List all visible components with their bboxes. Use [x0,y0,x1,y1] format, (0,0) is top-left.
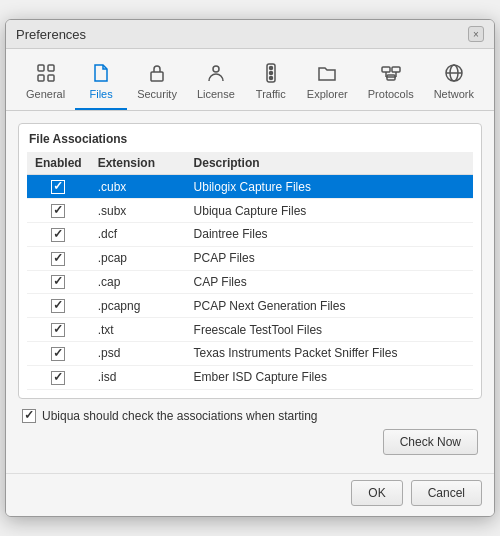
svg-rect-10 [382,67,390,72]
bottom-check-row: Ubiqua should check the associations whe… [18,409,482,423]
row-description: Freescale TestTool Files [186,318,473,342]
svg-point-5 [213,66,219,72]
table-row[interactable]: .subxUbiqua Capture Files [27,199,473,223]
check-now-button[interactable]: Check Now [383,429,478,455]
tab-security[interactable]: Security [127,57,187,110]
grid-icon [34,61,58,85]
col-extension: Extension [90,152,186,175]
tab-general-label: General [26,88,65,100]
table-header-row: Enabled Extension Description [27,152,473,175]
row-checkbox[interactable] [51,252,65,266]
col-enabled: Enabled [27,152,90,175]
row-checkbox[interactable] [51,371,65,385]
tab-security-label: Security [137,88,177,100]
tab-license-label: License [197,88,235,100]
row-extension: .cap [90,270,186,294]
table-row[interactable]: .txtFreescale TestTool Files [27,318,473,342]
table-row[interactable]: .dcfDaintree Files [27,222,473,246]
row-description: CAP Files [186,270,473,294]
tab-protocols[interactable]: Protocols [358,57,424,110]
check-now-row: Check Now [18,429,482,455]
row-description: Ember ISD Capture Files [186,365,473,389]
svg-point-9 [269,77,272,80]
table-row[interactable]: .psdTexas Instruments Packet Sniffer Fil… [27,342,473,366]
row-checkbox[interactable] [51,275,65,289]
tab-files[interactable]: Files [75,57,127,110]
row-extension: .pcapng [90,294,186,318]
svg-point-7 [269,67,272,70]
tab-network-label: Network [434,88,474,100]
row-description: Texas Instruments Packet Sniffer Files [186,342,473,366]
table-row[interactable]: .pcapngPCAP Next Generation Files [27,294,473,318]
file-table: Enabled Extension Description .cubxUbilo… [27,152,473,389]
row-extension: .cubx [90,175,186,199]
row-description: Ubilogix Capture Files [186,175,473,199]
svg-rect-4 [151,72,163,81]
row-description: PCAP Next Generation Files [186,294,473,318]
col-description: Description [186,152,473,175]
table-row[interactable]: .cubxUbilogix Capture Files [27,175,473,199]
svg-rect-0 [38,65,44,71]
traffic-icon [259,61,283,85]
svg-point-8 [269,72,272,75]
ok-button[interactable]: OK [351,480,402,506]
lock-icon [145,61,169,85]
row-extension: .txt [90,318,186,342]
row-description: Ubiqua Capture Files [186,199,473,223]
table-row[interactable]: .capCAP Files [27,270,473,294]
person-icon [204,61,228,85]
svg-rect-3 [48,75,54,81]
close-icon: × [473,29,479,40]
title-bar: Preferences × [6,20,494,49]
tab-traffic[interactable]: Traffic [245,57,297,110]
associations-checkbox[interactable] [22,409,36,423]
row-description: Daintree Files [186,222,473,246]
folder-icon [315,61,339,85]
close-button[interactable]: × [468,26,484,42]
associations-label: Ubiqua should check the associations whe… [42,409,318,423]
tab-network[interactable]: Network [424,57,484,110]
row-extension: .dcf [90,222,186,246]
dialog-title: Preferences [16,27,86,42]
tab-general[interactable]: General [16,57,75,110]
row-extension: .psd [90,342,186,366]
table-row[interactable]: .isdEmber ISD Capture Files [27,365,473,389]
tab-protocols-label: Protocols [368,88,414,100]
tab-traffic-label: Traffic [256,88,286,100]
row-extension: .isd [90,365,186,389]
svg-rect-2 [38,75,44,81]
cancel-button[interactable]: Cancel [411,480,482,506]
row-description: PCAP Files [186,246,473,270]
tab-explorer[interactable]: Explorer [297,57,358,110]
tab-explorer-label: Explorer [307,88,348,100]
protocols-icon [379,61,403,85]
row-checkbox[interactable] [51,228,65,242]
svg-rect-11 [392,67,400,72]
file-icon [89,61,113,85]
row-checkbox[interactable] [51,299,65,313]
row-extension: .subx [90,199,186,223]
tab-bar: General Files Security [6,49,494,111]
file-associations-group: File Associations Enabled Extension Desc… [18,123,482,398]
network-icon [442,61,466,85]
row-extension: .pcap [90,246,186,270]
row-checkbox[interactable] [51,180,65,194]
tab-files-label: Files [90,88,113,100]
content-area: File Associations Enabled Extension Desc… [6,111,494,472]
tab-license[interactable]: License [187,57,245,110]
preferences-dialog: Preferences × General [5,19,495,516]
group-box-title: File Associations [27,132,473,146]
row-checkbox[interactable] [51,323,65,337]
svg-rect-1 [48,65,54,71]
footer-buttons: OK Cancel [6,473,494,516]
row-checkbox[interactable] [51,204,65,218]
row-checkbox[interactable] [51,347,65,361]
table-row[interactable]: .pcapPCAP Files [27,246,473,270]
